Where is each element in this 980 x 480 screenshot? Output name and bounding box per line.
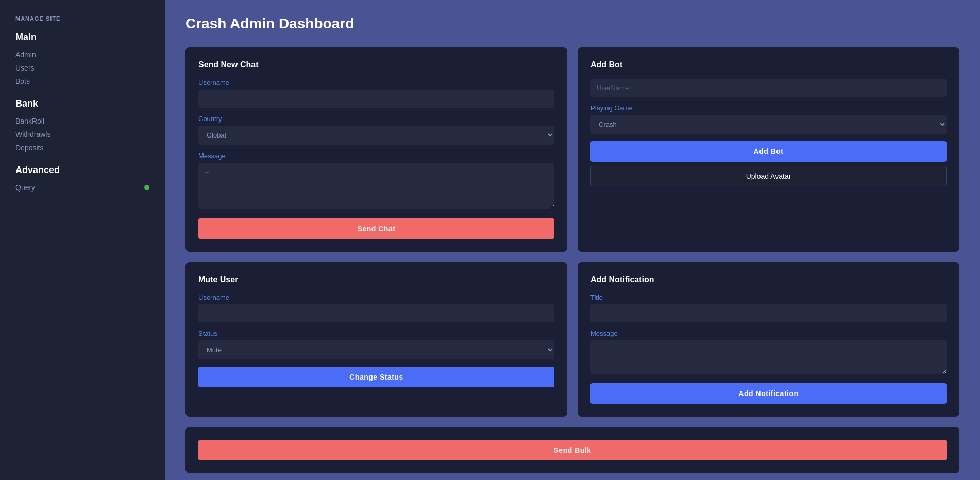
nav-section-advanced: Advanced <box>15 165 149 176</box>
message-textarea[interactable] <box>198 163 554 209</box>
sidebar-item-query[interactable]: Query <box>15 181 149 194</box>
upload-avatar-button[interactable]: Upload Avatar <box>590 166 947 186</box>
sidebar-item-users[interactable]: Users <box>15 61 149 75</box>
top-cards-grid: Send New Chat Username Country Global US… <box>185 47 959 252</box>
sidebar-item-bots[interactable]: Bots <box>15 75 149 88</box>
playing-game-select[interactable]: Crash Dice Plinko <box>590 115 947 134</box>
send-bulk-card: Send Bulk <box>185 427 959 473</box>
send-chat-card: Send New Chat Username Country Global US… <box>185 47 567 252</box>
sidebar: MANAGE SITE Main Admin Users Bots Bank B… <box>0 0 165 480</box>
sidebar-item-deposits[interactable]: Deposits <box>15 141 149 155</box>
send-bulk-section: Send Bulk <box>185 427 959 473</box>
main-content: Crash Admin Dashboard Send New Chat User… <box>165 0 980 480</box>
add-notification-card: Add Notification Title Message Add Notif… <box>578 262 959 417</box>
mute-user-card: Mute User Username Status Mute Unmute Ba… <box>185 262 567 417</box>
manage-site-label: MANAGE SITE <box>15 15 149 22</box>
page-title: Crash Admin Dashboard <box>185 15 959 32</box>
nav-section-bank: Bank <box>15 98 149 109</box>
mute-user-card-title: Mute User <box>198 275 554 284</box>
bot-username-input[interactable] <box>590 79 947 97</box>
change-status-button[interactable]: Change Status <box>198 367 554 387</box>
country-select[interactable]: Global US UK Other <box>198 126 554 145</box>
send-bulk-button[interactable]: Send Bulk <box>198 440 947 460</box>
add-notification-card-title: Add Notification <box>590 275 947 284</box>
nav-section-main: Main <box>15 32 149 43</box>
bottom-cards-grid: Mute User Username Status Mute Unmute Ba… <box>185 262 959 417</box>
add-bot-button[interactable]: Add Bot <box>590 141 947 162</box>
query-status-dot <box>144 185 149 190</box>
send-chat-card-title: Send New Chat <box>198 60 554 70</box>
mute-username-input[interactable] <box>198 304 554 322</box>
username-label: Username <box>198 79 554 87</box>
mute-username-label: Username <box>198 294 554 301</box>
add-bot-card-title: Add Bot <box>590 60 947 70</box>
notification-title-label: Title <box>590 294 947 301</box>
country-label: Country <box>198 115 554 123</box>
message-label: Message <box>198 152 554 160</box>
add-bot-card: Add Bot Playing Game Crash Dice Plinko A… <box>578 47 959 252</box>
notification-message-label: Message <box>590 330 947 337</box>
notification-message-textarea[interactable] <box>590 340 947 374</box>
username-input[interactable] <box>198 90 554 108</box>
sidebar-item-bankroll[interactable]: BankRoll <box>15 114 149 128</box>
add-notification-button[interactable]: Add Notification <box>590 383 947 404</box>
status-select[interactable]: Mute Unmute Ban <box>198 340 554 359</box>
send-chat-button[interactable]: Send Chat <box>198 218 554 239</box>
playing-game-label: Playing Game <box>590 104 947 112</box>
sidebar-item-admin[interactable]: Admin <box>15 48 149 61</box>
sidebar-item-withdrawls[interactable]: Withdrawls <box>15 128 149 141</box>
status-label: Status <box>198 330 554 337</box>
notification-title-input[interactable] <box>590 304 947 322</box>
